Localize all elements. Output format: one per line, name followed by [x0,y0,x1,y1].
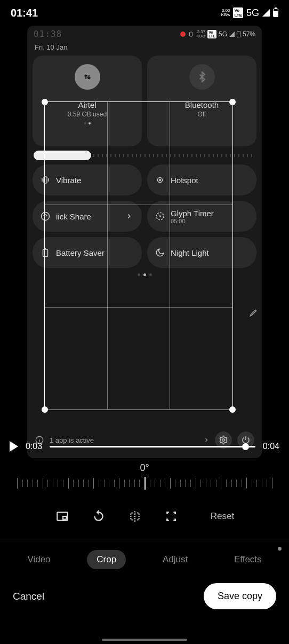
hotspot-icon [155,175,165,185]
play-button[interactable] [10,441,18,452]
page-indicator [27,273,262,276]
status-bar: 01:41 0.00KB/s VoLTE 5G [0,0,289,26]
tab-crop[interactable]: Crop [87,550,126,569]
network-label: 5G [246,7,259,19]
total-time: 0:04 [263,442,279,451]
night-light-label: Night Light [171,248,209,257]
svg-point-3 [158,178,163,183]
footer: Cancel Save copy [0,580,289,620]
battery-saver-toggle[interactable]: Battery Saver [33,237,142,268]
record-icon [180,32,186,37]
vibrate-status-icon [188,31,194,37]
brightness-slider[interactable] [34,154,255,157]
vibrate-icon [40,175,51,185]
inner-date: Fri, 10 Jan [27,42,262,56]
gesture-bar[interactable] [102,639,187,641]
battery-saver-icon [40,247,51,258]
vibrate-toggle[interactable]: Vibrate [33,164,142,195]
night-light-toggle[interactable]: Night Light [147,237,256,268]
status-time: 01:41 [11,7,38,19]
bluetooth-tile[interactable]: Bluetooth Off [147,56,256,146]
signal-icon [262,9,270,17]
data-tile-sub: 0.59 GB used [68,111,107,118]
glyph-label: Glyph Timer [171,209,214,218]
scrubber-thumb[interactable] [242,443,249,450]
battery-icon [273,9,278,17]
chevron-right-icon [124,211,134,222]
bt-tile-title: Bluetooth [185,100,219,109]
svg-point-2 [159,179,161,181]
hotspot-toggle[interactable]: Hotspot [147,164,256,195]
tab-video[interactable]: Video [18,550,60,569]
data-arrows-icon [75,64,100,90]
svg-rect-5 [43,249,48,257]
inner-status-bar: 01:38 2.37KB/s VoLTE 5G 57% [27,26,262,42]
status-right: 0.00KB/s VoLTE 5G [221,7,278,19]
inner-signal-icon [229,32,235,37]
night-light-icon [155,247,165,258]
video-preview[interactable]: 01:38 2.37KB/s VoLTE 5G 57% Fri, 10 Jan … [27,26,262,458]
tab-adjust[interactable]: Adjust [153,550,197,569]
svg-rect-0 [190,32,192,36]
inner-volte-badge: VoLTE [207,30,216,38]
rotation-control[interactable]: 0° [0,462,289,493]
glyph-timer-toggle[interactable]: Glyph Timer 05:00 [147,201,256,232]
svg-rect-9 [63,516,67,519]
volte-badge: VoLTE [233,7,243,18]
bluetooth-icon [189,64,215,90]
glyph-timer-icon [155,211,165,222]
flip-button[interactable] [127,509,142,524]
edit-tiles-icon[interactable] [249,308,259,317]
bt-tile-sub: Off [198,111,206,118]
editor-tabs: Video Crop Adjust Effects [0,539,289,580]
inner-battery-icon [237,31,240,37]
battery-saver-label: Battery Saver [56,248,105,257]
vibrate-label: Vibrate [56,176,81,185]
reset-button[interactable]: Reset [211,511,234,522]
quick-share-icon [40,211,51,222]
current-time: 0:03 [26,442,42,451]
hotspot-label: Hotspot [171,176,198,185]
free-crop-button[interactable] [164,509,179,524]
mobile-data-tile[interactable]: Airtel 0.59 GB used [33,56,142,146]
tab-effects[interactable]: Effects [224,550,271,569]
rotation-degrees: 0° [0,462,289,474]
rotate-button[interactable] [91,509,106,524]
inner-clock: 01:38 [34,29,62,39]
effects-notification-dot [278,547,282,551]
quick-share-label: iick Share [56,212,91,221]
aspect-ratio-button[interactable] [55,509,70,524]
crop-tools-row: Reset [0,509,289,524]
quick-share-toggle[interactable]: iick Share [33,201,142,232]
cancel-button[interactable]: Cancel [13,591,44,602]
glyph-sub: 05:00 [171,218,214,224]
save-copy-button[interactable]: Save copy [204,583,276,609]
scrubber-track[interactable] [50,446,255,447]
data-tile-title: Airtel [78,100,96,109]
svg-rect-1 [44,177,47,183]
video-scrubber: 0:03 0:04 [0,439,289,453]
